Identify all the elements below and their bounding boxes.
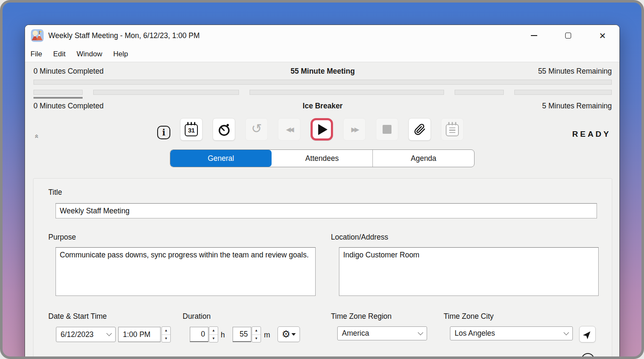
fast-forward-button: ▶▶ <box>343 118 366 141</box>
duration-field-label: Duration <box>183 312 211 321</box>
chevron-down-icon <box>418 330 423 335</box>
minutes-unit-label: m <box>264 331 270 340</box>
meeting-length-label: 55 Minute Meeting <box>33 67 612 76</box>
timer-icon <box>217 122 231 137</box>
rewind-icon: ◀◀ <box>286 126 292 133</box>
time-spinner[interactable]: ▲ ▼ <box>161 326 171 342</box>
spin-down-icon[interactable]: ▼ <box>209 335 218 342</box>
spin-down-icon[interactable]: ▼ <box>162 335 170 342</box>
stop-icon <box>383 125 391 134</box>
menu-edit[interactable]: Edit <box>53 50 65 58</box>
tab-agenda[interactable]: Agenda <box>372 150 474 167</box>
agenda-segment <box>250 90 444 95</box>
datetime-field-label: Date & Start Time <box>48 312 107 321</box>
agenda-segment <box>33 90 83 95</box>
collapse-panel-button[interactable]: « <box>33 132 40 140</box>
overall-progress-labels: 0 Minutes Completed 55 Minute Meeting 55… <box>33 67 612 77</box>
close-button[interactable]: × <box>597 30 608 41</box>
rewind-button: ◀◀ <box>278 118 300 141</box>
tz-city-select[interactable]: Los Angeles <box>450 326 573 340</box>
menu-window[interactable]: Window <box>77 50 102 58</box>
spin-up-icon[interactable]: ▲ <box>252 327 261 335</box>
use-current-location-button[interactable] <box>579 326 596 342</box>
menu-bar: File Edit Window Help <box>25 46 619 62</box>
hours-unit-label: h <box>221 331 225 340</box>
agenda-segment <box>93 90 239 95</box>
duration-minutes-spinner[interactable]: ▲ ▼ <box>252 326 261 342</box>
paperclip-icon <box>414 124 426 135</box>
location-textarea[interactable]: Indigo Customer Room <box>339 247 599 296</box>
tab-general[interactable]: General <box>170 150 272 167</box>
caret-down-icon <box>291 333 296 336</box>
title-input[interactable]: Weekly Staff Meeting <box>56 203 597 218</box>
menu-file[interactable]: File <box>31 50 42 58</box>
spin-up-icon[interactable]: ▲ <box>162 327 170 335</box>
agenda-segment <box>455 90 504 95</box>
reset-icon: ↺ <box>251 122 262 135</box>
minimize-button[interactable] <box>528 30 540 41</box>
tz-region-select[interactable]: America <box>337 326 427 340</box>
gear-icon: ⚙ <box>282 329 291 339</box>
spin-up-icon[interactable]: ▲ <box>209 327 218 335</box>
agenda-remaining-label: 5 Minutes Remaining <box>542 102 612 110</box>
overall-progress-bar <box>33 80 612 85</box>
title-bar: Weekly Staff Meeting - Mon, 6/12/23, 1:0… <box>25 25 619 46</box>
date-select[interactable]: 6/12/2023 <box>56 327 116 342</box>
maximize-button[interactable] <box>562 30 574 41</box>
overall-remaining-label: 55 Minutes Remaining <box>538 67 612 76</box>
status-badge: READY <box>572 130 611 139</box>
app-window: Weekly Staff Meeting - Mon, 6/12/23, 1:0… <box>25 25 620 359</box>
purpose-textarea[interactable]: Communicate pass downs, sync progress wi… <box>56 247 316 296</box>
agenda-segments <box>33 90 612 95</box>
duration-minutes-input[interactable]: 55 <box>233 327 251 342</box>
window-title: Weekly Staff Meeting - Mon, 6/12/23, 1:0… <box>48 31 200 40</box>
stop-button <box>376 118 398 141</box>
current-agenda-item-label: Ice Breaker <box>33 102 612 110</box>
play-button[interactable] <box>311 118 333 141</box>
tz-region-field-label: Time Zone Region <box>331 312 391 321</box>
close-icon: × <box>599 30 605 41</box>
tab-bar: General Attendees Agenda <box>170 149 475 167</box>
chevrons-up-icon: « <box>33 134 41 137</box>
notes-button <box>441 118 464 141</box>
fast-forward-icon: ▶▶ <box>351 126 358 133</box>
timer-button[interactable] <box>213 118 235 141</box>
maximize-icon <box>565 33 571 39</box>
menu-help[interactable]: Help <box>113 50 128 58</box>
date-value: 6/12/2023 <box>61 330 107 339</box>
attachments-button[interactable] <box>408 118 431 141</box>
time-input[interactable]: 1:00 PM <box>118 327 161 342</box>
notes-icon <box>446 124 459 136</box>
chevron-down-icon <box>106 331 112 336</box>
agenda-segment <box>514 90 612 95</box>
minimize-icon <box>531 35 537 36</box>
info-icon: i <box>157 126 170 139</box>
screenshot-frame: Weekly Staff Meeting - Mon, 6/12/23, 1:0… <box>0 0 644 359</box>
tz-region-value: America <box>342 329 419 338</box>
duration-hours-input[interactable]: 0 <box>190 327 208 342</box>
meeting-toolbar: 31 ↺ ◀◀ ▶▶ <box>180 118 464 141</box>
app-icon <box>31 29 44 42</box>
play-icon <box>318 124 328 135</box>
chevron-down-icon <box>564 330 569 335</box>
calendar-icon: 31 <box>185 124 198 136</box>
location-field-label: Location/Address <box>331 233 388 242</box>
calendar-button[interactable]: 31 <box>180 118 203 141</box>
purpose-field-label: Purpose <box>48 233 76 242</box>
tz-city-field-label: Time Zone City <box>444 312 494 321</box>
tab-attendees[interactable]: Attendees <box>272 150 373 167</box>
spin-down-icon[interactable]: ▼ <box>252 335 261 342</box>
navigation-arrow-icon <box>581 328 594 341</box>
title-field-label: Title <box>48 188 62 197</box>
tz-city-value: Los Angeles <box>455 329 564 338</box>
reset-button: ↺ <box>245 118 268 141</box>
duration-hours-spinner[interactable]: ▲ ▼ <box>209 326 218 342</box>
info-button[interactable]: i <box>157 126 170 139</box>
duration-settings-button[interactable]: ⚙ <box>278 326 300 342</box>
agenda-progress-labels: 0 Minutes Completed Ice Breaker 5 Minute… <box>33 102 612 112</box>
